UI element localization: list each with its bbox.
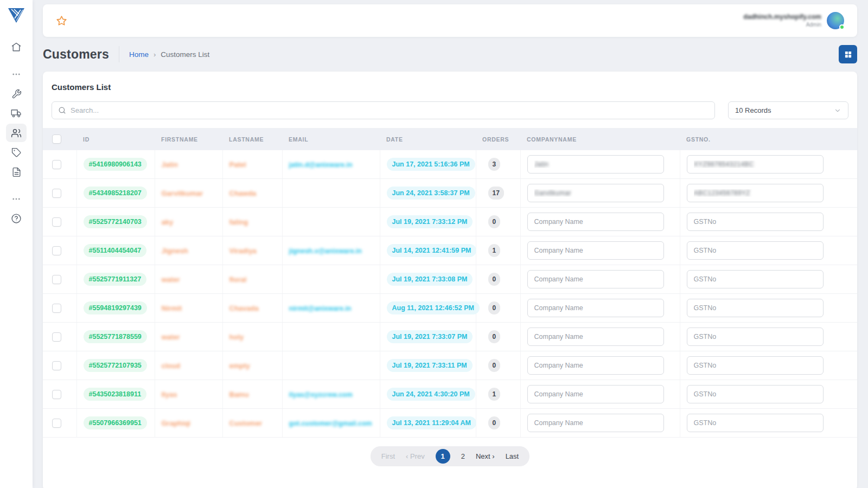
customer-id-badge: #5434985218207 bbox=[84, 187, 147, 200]
table-header-row: ID FIRSTNAME LASTNAME EMAIL DATE ORDERS … bbox=[43, 128, 857, 150]
company-name-input[interactable] bbox=[527, 270, 664, 288]
company-name-input[interactable] bbox=[527, 241, 664, 260]
header-orders[interactable]: ORDERS bbox=[476, 128, 520, 150]
header-id[interactable]: ID bbox=[76, 128, 155, 150]
row-checkbox[interactable] bbox=[52, 332, 61, 342]
sidebar-item-tags[interactable] bbox=[6, 143, 27, 162]
sidebar-more-top[interactable] bbox=[6, 65, 27, 84]
sidebar-more-bottom[interactable] bbox=[6, 190, 27, 208]
divider bbox=[119, 46, 119, 62]
row-checkbox[interactable] bbox=[52, 275, 61, 284]
header-companyname[interactable]: COMPANYNAME bbox=[520, 128, 680, 150]
breadcrumb-current: Customers List bbox=[161, 50, 209, 59]
search-wrapper bbox=[52, 101, 715, 119]
company-name-input[interactable] bbox=[527, 213, 664, 231]
sidebar-item-shipping[interactable] bbox=[6, 104, 27, 123]
customer-id-badge: #5511404454047 bbox=[84, 244, 147, 257]
company-name-input[interactable] bbox=[527, 155, 664, 174]
orders-count-badge: 1 bbox=[488, 388, 501, 401]
customer-email: jatin.d@anixware.in bbox=[289, 161, 353, 169]
customer-created-date-badge: Jul 19, 2021 7:33:07 PM bbox=[387, 330, 473, 343]
sidebar-item-invoices[interactable] bbox=[6, 163, 27, 181]
layout-grid-button[interactable] bbox=[839, 45, 857, 63]
table-row: #5434985218207 Garvitkumar Chawda Jun 24… bbox=[43, 179, 857, 208]
select-all-checkbox[interactable] bbox=[52, 134, 61, 144]
pagination-next[interactable]: Next › bbox=[476, 452, 495, 460]
gst-number-input[interactable] bbox=[687, 328, 824, 346]
search-input[interactable] bbox=[52, 101, 715, 119]
truck-icon bbox=[11, 108, 22, 119]
pagination-first[interactable]: First bbox=[381, 452, 395, 460]
customer-lastname: Chavada bbox=[229, 304, 259, 312]
gst-number-input[interactable] bbox=[687, 356, 824, 375]
gst-number-input[interactable] bbox=[687, 184, 824, 202]
gst-number-input[interactable] bbox=[687, 213, 824, 231]
tag-icon bbox=[11, 147, 22, 158]
row-checkbox[interactable] bbox=[52, 217, 61, 227]
invoice-icon bbox=[11, 167, 22, 177]
gst-number-input[interactable] bbox=[687, 299, 824, 317]
table-row: #5416980906143 Jatin Patel jatin.d@anixw… bbox=[43, 150, 857, 179]
orders-count-badge: 3 bbox=[488, 158, 501, 171]
company-name-input[interactable] bbox=[527, 414, 664, 432]
gst-number-input[interactable] bbox=[687, 414, 824, 432]
row-checkbox[interactable] bbox=[52, 246, 61, 255]
main-content: dadhinch.myshopify.com Admin Customers H… bbox=[33, 0, 868, 488]
customer-id-badge: #5435023818911 bbox=[84, 388, 147, 401]
avatar[interactable] bbox=[827, 12, 844, 29]
sidebar-item-tools[interactable] bbox=[6, 85, 27, 103]
company-name-input[interactable] bbox=[527, 356, 664, 375]
pagination-page-2[interactable]: 2 bbox=[461, 452, 465, 460]
orders-count-badge: 0 bbox=[488, 330, 501, 343]
customer-email: ilyas@xyzcrew.com bbox=[289, 391, 353, 399]
gst-number-input[interactable] bbox=[687, 241, 824, 260]
records-per-page-select[interactable]: 10 Records bbox=[728, 101, 848, 119]
header-gstno[interactable]: GSTNO. bbox=[680, 128, 857, 150]
row-checkbox[interactable] bbox=[52, 189, 61, 198]
sidebar-item-customers[interactable] bbox=[6, 124, 27, 142]
customer-firstname: cloud bbox=[162, 362, 181, 370]
orders-count-badge: 0 bbox=[488, 416, 501, 429]
top-header-bar: dadhinch.myshopify.com Admin bbox=[43, 4, 857, 37]
brand-triangle-logo[interactable] bbox=[8, 8, 25, 25]
customer-id-badge: #5525771911327 bbox=[84, 273, 147, 286]
row-checkbox[interactable] bbox=[52, 160, 61, 169]
sidebar-item-help[interactable] bbox=[6, 209, 27, 228]
company-name-input[interactable] bbox=[527, 328, 664, 346]
breadcrumb-home-link[interactable]: Home bbox=[129, 50, 149, 59]
pagination-last[interactable]: Last bbox=[506, 452, 519, 460]
gst-number-input[interactable] bbox=[687, 270, 824, 288]
favorite-star-button[interactable] bbox=[56, 15, 67, 27]
row-checkbox[interactable] bbox=[52, 304, 61, 313]
header-email[interactable]: EMAIL bbox=[282, 128, 380, 150]
gst-number-input[interactable] bbox=[687, 155, 824, 174]
shop-domain: dadhinch.myshopify.com bbox=[743, 13, 821, 22]
customer-email: jignesh.v@anixware.in bbox=[289, 247, 362, 255]
header-date[interactable]: DATE bbox=[380, 128, 476, 150]
row-checkbox[interactable] bbox=[52, 419, 61, 428]
breadcrumb-separator: › bbox=[154, 50, 156, 59]
row-checkbox[interactable] bbox=[52, 361, 61, 370]
header-lastname[interactable]: LASTNAME bbox=[222, 128, 282, 150]
grid-icon bbox=[844, 50, 852, 59]
header-firstname[interactable]: FIRSTNAME bbox=[155, 128, 222, 150]
orders-count-badge: 17 bbox=[488, 187, 504, 200]
orders-count-badge: 0 bbox=[488, 273, 501, 286]
table-row: #5525772140703 aky faling Jul 19, 2021 7… bbox=[43, 208, 857, 236]
table-row: #5525772107935 cloud empty Jul 19, 2021 … bbox=[43, 351, 857, 380]
sidebar bbox=[0, 0, 33, 488]
sidebar-item-home[interactable] bbox=[6, 38, 27, 56]
pagination-page-1[interactable]: 1 bbox=[436, 449, 450, 464]
customer-email: nirmit@anixware.in bbox=[289, 305, 352, 312]
company-name-input[interactable] bbox=[527, 299, 664, 317]
gst-number-input[interactable] bbox=[687, 385, 824, 403]
customers-table: ID FIRSTNAME LASTNAME EMAIL DATE ORDERS … bbox=[43, 128, 857, 438]
customer-id-badge: #5525771878559 bbox=[84, 330, 147, 343]
customer-id-badge: #5507966369951 bbox=[84, 416, 147, 429]
company-name-input[interactable] bbox=[527, 184, 664, 202]
company-name-input[interactable] bbox=[527, 385, 664, 403]
pagination-prev[interactable]: ‹ Prev bbox=[406, 452, 425, 460]
customer-created-date-badge: Jul 19, 2021 7:33:08 PM bbox=[387, 273, 473, 286]
row-checkbox[interactable] bbox=[52, 390, 61, 399]
table-row: #5525771878559 water holy Jul 19, 2021 7… bbox=[43, 323, 857, 351]
